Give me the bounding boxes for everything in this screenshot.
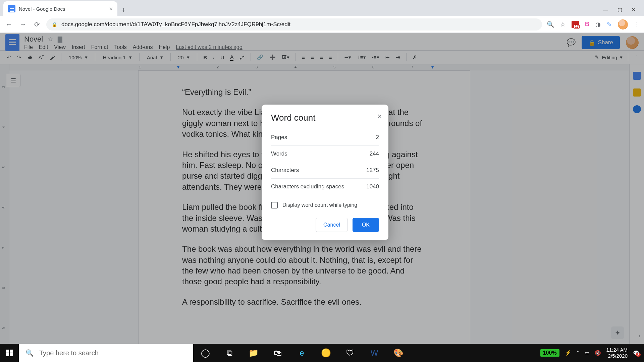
tab-close-icon[interactable]: ×: [109, 5, 113, 12]
dialog-close-icon[interactable]: ×: [377, 112, 382, 121]
reload-button[interactable]: ⟳: [32, 20, 42, 28]
extension-feather-icon[interactable]: ✎: [607, 21, 612, 28]
display-while-typing-checkbox[interactable]: Display word count while typing: [271, 202, 379, 208]
profile-avatar[interactable]: [618, 19, 628, 29]
stat-row-pages: Pages 2: [271, 129, 379, 146]
power-icon[interactable]: ▭: [585, 350, 589, 356]
security-app-icon[interactable]: 🛡: [338, 344, 362, 362]
new-tab-button[interactable]: +: [117, 4, 129, 16]
word-count-dialog: × Word count Pages 2 Words 244 Character…: [262, 105, 388, 240]
cancel-button[interactable]: Cancel: [316, 218, 348, 232]
cortana-icon[interactable]: ◯: [193, 344, 217, 362]
browser-address-bar: ← → ⟳ 🔒 docs.google.com/document/d/1TAW0…: [0, 16, 644, 33]
close-window-icon[interactable]: ✕: [632, 7, 636, 13]
charging-icon: ⚡: [565, 350, 571, 356]
docs-favicon: [8, 5, 15, 12]
action-center-icon[interactable]: 💬3: [633, 350, 639, 356]
stat-row-characters: Characters 1275: [271, 162, 379, 179]
omnibox[interactable]: 🔒 docs.google.com/document/d/1TAW0Ty_koB…: [46, 18, 542, 31]
forward-button[interactable]: →: [18, 20, 28, 28]
checkbox-label: Display word count while typing: [282, 202, 357, 208]
url-text: docs.google.com/document/d/1TAW0Ty_koBnc…: [61, 21, 290, 28]
start-button[interactable]: [0, 344, 19, 362]
browser-tab[interactable]: Novel - Google Docs ×: [3, 1, 117, 16]
notification-count: 3: [636, 353, 641, 357]
tray-chevron-icon[interactable]: ˄: [577, 350, 579, 356]
word-icon[interactable]: W: [362, 344, 386, 362]
chrome-icon[interactable]: 🟡: [314, 344, 338, 362]
taskbar-clock[interactable]: 11:24 AM 2/5/2020: [606, 347, 628, 359]
browser-tabstrip: Novel - Google Docs × + — ▢ ✕: [0, 0, 644, 16]
stat-value: 1275: [366, 167, 379, 174]
checkbox-icon[interactable]: [271, 202, 278, 208]
volume-mute-icon[interactable]: 🔇: [595, 350, 601, 356]
stat-label: Pages: [271, 134, 287, 141]
stat-value: 244: [370, 150, 379, 157]
stat-label: Characters: [271, 167, 299, 174]
maximize-icon[interactable]: ▢: [618, 7, 622, 13]
battery-indicator[interactable]: 100%: [540, 349, 559, 357]
lock-icon: 🔒: [52, 22, 57, 27]
task-view-icon[interactable]: ⧉: [217, 344, 241, 362]
minimize-icon[interactable]: —: [603, 7, 608, 13]
clock-date: 2/5/2020: [606, 353, 628, 359]
microsoft-store-icon[interactable]: 🛍: [266, 344, 290, 362]
chrome-menu-icon[interactable]: ⋮: [634, 21, 640, 28]
windows-taskbar: 🔍 Type here to search ◯ ⧉ 📁 🛍 e 🟡 🛡 W 🎨 …: [0, 344, 644, 362]
bookmark-star-icon[interactable]: ☆: [560, 21, 566, 28]
search-placeholder: Type here to search: [39, 349, 99, 357]
stat-label: Words: [271, 150, 287, 157]
dialog-title: Word count: [271, 113, 379, 122]
stat-label: Characters excluding spaces: [271, 183, 344, 190]
stat-row-words: Words 244: [271, 146, 379, 162]
extension-badge-icon[interactable]: [572, 21, 579, 28]
stat-row-characters-no-spaces: Characters excluding spaces 1040: [271, 179, 379, 195]
paint-icon[interactable]: 🎨: [386, 344, 411, 362]
tab-title: Novel - Google Docs: [19, 6, 65, 12]
back-button[interactable]: ←: [4, 20, 13, 28]
file-explorer-icon[interactable]: 📁: [241, 344, 266, 362]
extension-b-icon[interactable]: B: [585, 21, 589, 28]
ok-button[interactable]: OK: [353, 218, 379, 232]
taskbar-search[interactable]: 🔍 Type here to search: [19, 344, 193, 362]
search-icon: 🔍: [25, 349, 34, 357]
pocket-icon[interactable]: ◑: [595, 21, 601, 28]
page-zoom-icon[interactable]: 🔍: [547, 21, 554, 28]
window-controls: — ▢ ✕: [603, 7, 644, 16]
clock-time: 11:24 AM: [606, 347, 628, 353]
edge-icon[interactable]: e: [290, 344, 314, 362]
stat-value: 2: [376, 134, 379, 141]
stat-value: 1040: [366, 183, 379, 190]
